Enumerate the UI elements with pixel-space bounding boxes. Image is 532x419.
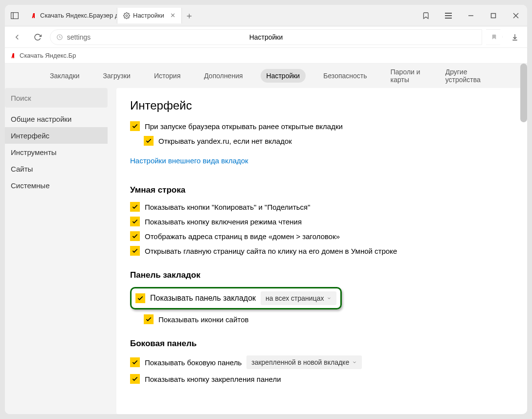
row-show-pin-button: Показывать кнопку закрепления панели: [130, 374, 513, 384]
bookmarks-bar-item[interactable]: Скачать Яндекс.Бр: [20, 52, 76, 59]
menu-button[interactable]: [437, 5, 460, 26]
checkbox-show-bookmarks-panel[interactable]: [135, 293, 145, 303]
label-smart1: Показывать кнопки "Копировать" и "Подели…: [145, 203, 310, 211]
sidebar-toggle-button[interactable]: [5, 12, 24, 19]
topnav-security[interactable]: Безопасность: [317, 69, 373, 83]
svg-rect-0: [11, 12, 19, 19]
tab-title: Скачать Яндекс.Браузер д: [40, 12, 117, 19]
content-area: Закладки Загрузки История Дополнения Нас…: [5, 64, 527, 414]
tab-yandex-download[interactable]: Скачать Яндекс.Браузер д: [24, 8, 117, 23]
tab-title: Настройки: [133, 12, 164, 19]
row-show-site-icons: Показывать иконки сайтов: [144, 314, 513, 324]
sidebar-item-tools[interactable]: Инструменты: [5, 144, 108, 160]
topnav-devices[interactable]: Другие устройства: [440, 65, 488, 87]
settings-sidebar: Общие настройки Интерфейс Инструменты Са…: [5, 88, 108, 414]
sidebar-item-general[interactable]: Общие настройки: [5, 110, 108, 127]
close-button[interactable]: [505, 5, 527, 26]
label-show-side-panel: Показывать боковую панель: [145, 358, 242, 367]
sidebar-search[interactable]: [5, 88, 108, 108]
select-value: на всех страницах: [266, 294, 324, 302]
label-show-pin-button: Показывать кнопку закрепления панели: [145, 375, 281, 383]
select-value: закрепленной в новой вкладке: [251, 358, 349, 366]
address-bar: Настройки: [5, 26, 527, 48]
back-button[interactable]: [9, 29, 25, 45]
sidebar-item-sites[interactable]: Сайты: [5, 160, 108, 177]
row-open-yandex: Открывать yandex.ru, если нет вкладок: [144, 136, 513, 146]
tab-close-button[interactable]: ✕: [170, 12, 176, 19]
row-smart2: Показывать кнопку включения режима чтени…: [130, 217, 513, 226]
checkbox-smart4[interactable]: [130, 246, 140, 256]
link-tabs-appearance[interactable]: Настройки внешнего вида вкладок: [130, 156, 248, 165]
bookmark-menu-button[interactable]: [415, 5, 437, 26]
label-show-site-icons: Показывать иконки сайтов: [158, 315, 249, 324]
checkbox-show-side-panel[interactable]: [130, 357, 140, 367]
label-restore-tabs: При запуске браузера открывать ранее отк…: [145, 122, 343, 131]
titlebar: Скачать Яндекс.Браузер д Настройки ✕ ＋: [5, 5, 527, 26]
checkbox-show-pin-button[interactable]: [130, 374, 140, 384]
yandex-favicon: [10, 52, 17, 59]
svg-rect-7: [491, 13, 496, 18]
checkbox-smart1[interactable]: [130, 202, 140, 212]
label-show-bookmarks-panel: Показывать панель закладок: [150, 294, 256, 303]
settings-topnav: Закладки Загрузки История Дополнения Нас…: [5, 64, 527, 88]
checkbox-open-yandex[interactable]: [144, 136, 154, 146]
sidebar-item-interface[interactable]: Интерфейс: [5, 127, 108, 144]
scrollbar-thumb[interactable]: [520, 64, 527, 122]
bookmarks-bar: Скачать Яндекс.Бр: [5, 48, 527, 64]
label-smart3: Отображать адреса страниц в виде «домен …: [145, 232, 340, 241]
select-side-panel-mode[interactable]: закрепленной в новой вкладке: [246, 355, 362, 369]
section-heading-interface: Интерфейс: [130, 99, 513, 112]
label-open-yandex: Открывать yandex.ru, если нет вкладок: [158, 137, 292, 145]
window-controls: [415, 5, 527, 26]
downloads-button[interactable]: [507, 33, 523, 41]
row-show-side-panel: Показывать боковую панель закрепленной в…: [130, 355, 513, 369]
bookmark-button[interactable]: [486, 29, 503, 45]
reload-button[interactable]: [29, 29, 46, 45]
new-tab-button[interactable]: ＋: [182, 8, 197, 23]
subsection-smart-line: Умная строка: [130, 185, 513, 195]
maximize-button[interactable]: [482, 5, 505, 26]
row-smart3: Отображать адреса страниц в виде «домен …: [130, 231, 513, 241]
tab-strip: Скачать Яндекс.Браузер д Настройки ✕ ＋: [24, 8, 415, 23]
browser-window: Скачать Яндекс.Браузер д Настройки ✕ ＋: [5, 5, 527, 414]
sidebar-search-input[interactable]: [11, 94, 102, 102]
checkbox-restore-tabs[interactable]: [130, 121, 140, 131]
row-smart1: Показывать кнопки "Копировать" и "Подели…: [130, 202, 513, 212]
subsection-bookmarks-panel: Панель закладок: [130, 270, 513, 280]
select-bookmarks-panel-mode[interactable]: на всех страницах: [261, 291, 336, 305]
gear-icon: [123, 12, 130, 19]
checkbox-smart3[interactable]: [130, 231, 140, 241]
topnav-bookmarks[interactable]: Закладки: [44, 69, 86, 83]
sidebar-item-system[interactable]: Системные: [5, 177, 108, 194]
address-title: Настройки: [249, 33, 283, 41]
topnav-settings[interactable]: Настройки: [261, 69, 306, 83]
chevron-down-icon: [327, 296, 332, 301]
checkbox-show-site-icons[interactable]: [144, 314, 154, 324]
yandex-favicon: [30, 12, 37, 19]
topnav-downloads[interactable]: Загрузки: [97, 69, 136, 83]
topnav-history[interactable]: История: [148, 69, 186, 83]
topnav-addons[interactable]: Дополнения: [198, 69, 248, 83]
row-smart4: Открывать главную страницу сайта по клик…: [130, 246, 513, 256]
row-show-bookmarks-panel-highlight: Показывать панель закладок на всех стран…: [130, 287, 342, 309]
label-smart4: Открывать главную страницу сайта по клик…: [145, 247, 397, 255]
checkbox-smart2[interactable]: [130, 217, 140, 226]
svg-point-2: [126, 15, 128, 17]
subsection-side-panel: Боковая панель: [130, 339, 513, 349]
topnav-passwords[interactable]: Пароли и карты: [385, 65, 428, 87]
minimize-button[interactable]: [460, 5, 482, 26]
lock-icon: [56, 34, 63, 41]
address-input[interactable]: [67, 33, 135, 41]
chevron-down-icon: [352, 360, 357, 365]
label-smart2: Показывать кнопку включения режима чтени…: [145, 218, 302, 226]
row-restore-tabs: При запуске браузера открывать ранее отк…: [130, 121, 513, 131]
address-field[interactable]: Настройки: [50, 29, 482, 45]
settings-main: Общие настройки Интерфейс Инструменты Са…: [5, 88, 527, 414]
tab-settings[interactable]: Настройки ✕: [117, 8, 182, 23]
settings-panel: Интерфейс При запуске браузера открывать…: [116, 88, 527, 414]
